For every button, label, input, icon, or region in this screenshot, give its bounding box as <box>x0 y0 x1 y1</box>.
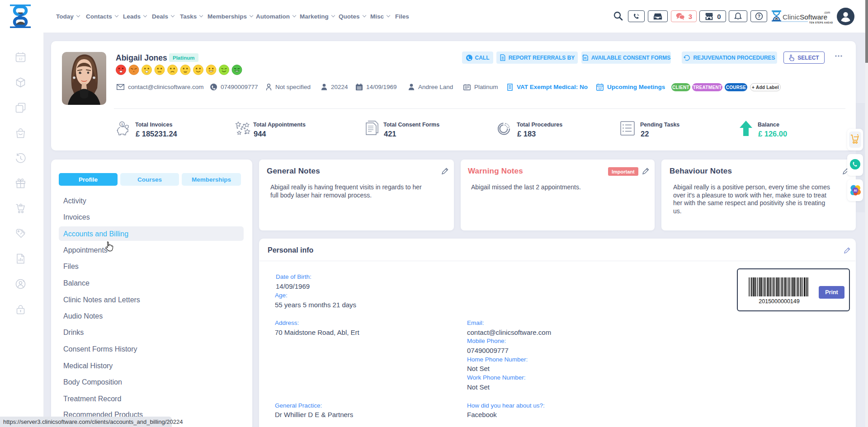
svg-text:?: ? <box>757 14 760 19</box>
svg-text:ClinicSoftware: ClinicSoftware <box>783 13 827 21</box>
svg-text:12: 12 <box>598 87 602 90</box>
svg-text:.com: .com <box>824 11 830 14</box>
svg-text:AI: AI <box>854 189 857 192</box>
svg-text:12: 12 <box>19 56 22 61</box>
svg-text:TEN STEPS AHEAD: TEN STEPS AHEAD <box>809 22 833 24</box>
svg-text:$: $ <box>121 122 123 127</box>
